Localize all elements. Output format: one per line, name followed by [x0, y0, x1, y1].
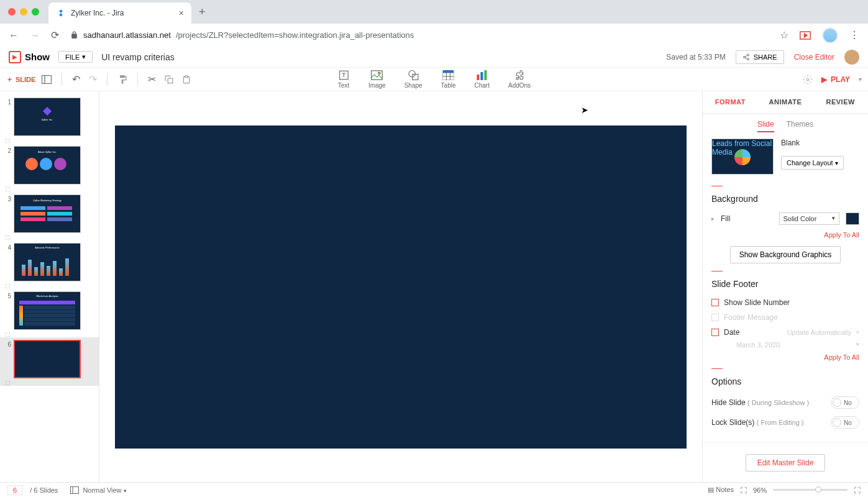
undo-icon[interactable]: ↶ — [70, 71, 83, 88]
layout-preview: Leads from Social Media — [711, 139, 774, 175]
show-logo-icon: ▶ — [9, 51, 21, 63]
chart-label: Chart — [475, 82, 490, 89]
hide-slide-label: Hide Slide — [711, 398, 746, 407]
fullscreen-icon[interactable]: ⛶ — [854, 486, 861, 494]
toggle-no: No — [844, 399, 852, 406]
play-dropdown-icon[interactable]: ▾ — [859, 76, 862, 83]
zoom-value: 96% — [753, 486, 767, 494]
slide-thumb-1[interactable]: 1 Zylker Inc. ⬚ — [0, 95, 99, 144]
view-mode-icon[interactable] — [70, 486, 79, 494]
slide-thumb-4[interactable]: 4 Adwords Performance ⬚ — [0, 240, 99, 289]
url-host: sadhanaurl.atlassian.net — [83, 30, 171, 40]
thumb-preview — [14, 340, 81, 378]
thumb-num: 4 — [4, 243, 11, 281]
table-icon — [442, 70, 455, 81]
slide-panel[interactable]: 1 Zylker Inc. ⬚ 2 About Zylker Inc. ⬚ 3 … — [0, 91, 99, 482]
star-icon[interactable]: ☆ — [780, 29, 788, 41]
browser-tab[interactable]: Zylker Inc. - Jira × — [48, 2, 191, 24]
thumb-num: 2 — [4, 146, 11, 185]
change-layout-button[interactable]: Change Layout ▾ — [781, 156, 844, 170]
insert-chart-button[interactable]: Chart — [475, 70, 490, 89]
show-logo[interactable]: ▶ Show — [9, 51, 50, 63]
notes-button[interactable]: ▤ Notes — [708, 486, 734, 494]
transition-badge-icon: ⬚ — [5, 186, 11, 192]
apply-all-footer-link[interactable]: Apply To All — [703, 350, 868, 365]
show-number-label: Show Slide Number — [724, 298, 790, 307]
tab-animate[interactable]: ANIMATE — [758, 91, 813, 113]
current-slide-num[interactable]: 6 — [7, 485, 22, 495]
cursor-icon: ➤ — [581, 105, 588, 115]
menu-icon[interactable]: ⋮ — [849, 29, 859, 41]
expand-icon[interactable]: ▸ — [711, 216, 715, 222]
min-window-icon[interactable] — [20, 8, 27, 16]
date-checkbox[interactable]: Date Update Automatically ▾ — [703, 325, 868, 340]
add-slide-button[interactable]: ＋ SLIDE — [6, 75, 35, 84]
fill-type-select[interactable]: Solid Color▾ — [779, 212, 840, 225]
footer-msg-label: Footer Message — [724, 313, 778, 322]
view-mode-select[interactable]: Normal View ▾ — [83, 486, 126, 494]
slide-canvas[interactable] — [115, 125, 687, 449]
close-window-icon[interactable] — [8, 8, 16, 16]
present-icon[interactable] — [800, 31, 811, 40]
back-icon[interactable]: ← — [9, 30, 19, 41]
zoom-slider-thumb[interactable] — [815, 486, 821, 493]
footer-title: Slide Footer — [703, 279, 868, 295]
layout-grid-icon[interactable] — [39, 73, 54, 86]
apply-all-bg-link[interactable]: Apply To All — [703, 227, 868, 242]
new-tab-icon[interactable]: + — [199, 6, 206, 19]
image-label: Image — [368, 82, 386, 89]
show-slide-number-checkbox[interactable]: Show Slide Number — [703, 295, 868, 310]
panel-tabs: FORMAT ANIMATE REVIEW — [703, 91, 868, 114]
zoom-slider[interactable] — [773, 489, 847, 491]
user-avatar-icon[interactable] — [844, 50, 859, 65]
subtab-slide[interactable]: Slide — [757, 120, 774, 132]
url-bar[interactable]: sadhanaurl.atlassian.net/projects/ZLR?se… — [70, 30, 769, 40]
redo-icon[interactable]: ↷ — [86, 71, 99, 88]
edit-master-button[interactable]: Edit Master Slide — [746, 454, 826, 472]
slide-thumb-6[interactable]: 6 ⬚ — [0, 337, 99, 386]
format-painter-icon[interactable] — [115, 72, 130, 87]
lock-slide-toggle[interactable]: No — [831, 416, 859, 429]
cut-icon[interactable]: ✂ — [145, 71, 158, 88]
footer-message-checkbox[interactable]: Footer Message — [703, 310, 868, 325]
slide-thumb-2[interactable]: 2 About Zylker Inc. ⬚ — [0, 144, 99, 192]
show-bg-graphics-button[interactable]: Show Background Graphics — [730, 246, 841, 263]
share-button[interactable]: SHARE — [736, 50, 784, 64]
doc-title[interactable]: UI revamp criterias — [101, 52, 174, 62]
gear-icon[interactable] — [803, 75, 813, 84]
slide-thumb-5[interactable]: 5 Blockchain Analysis ⬚ — [0, 289, 99, 337]
browser-chrome: Zylker Inc. - Jira × + ← → ⟳ sadhanaurl.… — [0, 0, 868, 47]
reload-icon[interactable]: ⟳ — [51, 29, 59, 41]
address-bar: ← → ⟳ sadhanaurl.atlassian.net/projects/… — [0, 24, 868, 47]
subtab-themes[interactable]: Themes — [787, 120, 813, 132]
max-window-icon[interactable] — [32, 8, 39, 16]
paste-icon[interactable] — [180, 72, 193, 87]
svg-point-17 — [806, 78, 809, 81]
profile-avatar-icon[interactable] — [822, 27, 838, 43]
text-label: Text — [338, 82, 349, 89]
insert-table-button[interactable]: Table — [441, 70, 456, 89]
app-header: ▶ Show FILE ▾ UI revamp criterias Saved … — [0, 47, 868, 68]
fit-icon[interactable]: ⛶ — [740, 486, 747, 494]
file-menu-button[interactable]: FILE ▾ — [58, 51, 93, 63]
insert-shape-button[interactable]: Shape — [404, 70, 423, 89]
canvas-area[interactable]: ➤ — [99, 91, 702, 482]
transition-badge-icon: ⬚ — [5, 137, 11, 144]
tab-close-icon[interactable]: × — [179, 8, 184, 18]
insert-image-button[interactable]: Image — [368, 70, 386, 89]
hide-slide-toggle[interactable]: No — [831, 396, 859, 409]
play-button[interactable]: ▶ PLAY — [821, 75, 850, 84]
fill-color-swatch[interactable] — [846, 212, 859, 225]
tab-format[interactable]: FORMAT — [703, 91, 758, 113]
close-editor-link[interactable]: Close Editor — [794, 53, 834, 62]
svg-rect-8 — [372, 71, 383, 80]
tab-review[interactable]: REVIEW — [813, 91, 868, 113]
svg-rect-4 — [42, 75, 52, 83]
slide-thumb-3[interactable]: 3 Zylker Marketing Strategy ⬚ — [0, 192, 99, 240]
insert-text-button[interactable]: Text — [337, 70, 350, 89]
forward-icon: → — [30, 30, 40, 41]
addons-button[interactable]: AddOns — [508, 70, 531, 89]
copy-icon[interactable] — [162, 73, 176, 86]
notes-label: Notes — [716, 486, 734, 493]
total-slides: / 6 Slides — [30, 486, 58, 494]
